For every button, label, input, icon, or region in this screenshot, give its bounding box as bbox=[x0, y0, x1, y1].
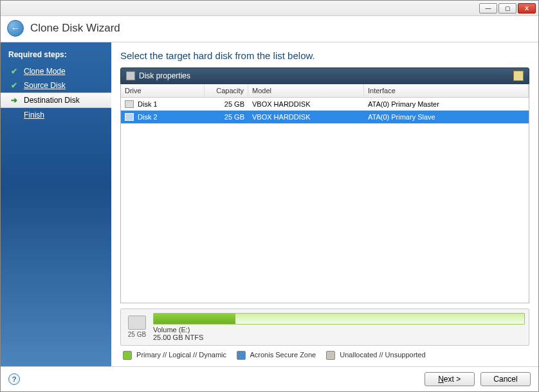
col-model[interactable]: Model bbox=[248, 84, 364, 97]
volume-partition bbox=[153, 313, 525, 325]
maximize-button[interactable]: ▢ bbox=[498, 3, 516, 13]
step-clone-mode[interactable]: ✔ Clone Mode bbox=[1, 64, 111, 78]
minimize-button[interactable]: — bbox=[479, 3, 497, 13]
disk-properties-header: Disk properties bbox=[120, 67, 529, 84]
cancel-button[interactable]: Cancel bbox=[480, 372, 531, 386]
disk-icon bbox=[125, 113, 134, 121]
legend-primary: Primary // Logical // Dynamic bbox=[123, 351, 226, 360]
volume-name: Volume (E:) bbox=[153, 326, 525, 334]
back-button[interactable]: ← bbox=[7, 20, 24, 37]
legend: Primary // Logical // Dynamic Acronis Se… bbox=[120, 346, 529, 366]
arrow-right-icon: ➔ bbox=[11, 96, 20, 105]
panel-title-text: Disk properties bbox=[139, 71, 190, 80]
volume-used-icon bbox=[154, 314, 235, 324]
step-label: Clone Mode bbox=[24, 67, 66, 76]
disk-icon bbox=[126, 71, 135, 80]
legend-asz: Acronis Secure Zone bbox=[237, 351, 316, 360]
sidebar: Required steps: ✔ Clone Mode ✔ Source Di… bbox=[1, 42, 111, 366]
step-finish[interactable]: ✔ Finish bbox=[1, 108, 111, 122]
step-label: Source Disk bbox=[24, 81, 66, 90]
legend-swatch-asz bbox=[237, 351, 246, 360]
disk-action-icon[interactable] bbox=[513, 71, 524, 81]
check-icon: ✔ bbox=[11, 81, 20, 90]
step-destination-disk[interactable]: ➔ Destination Disk bbox=[1, 93, 111, 108]
titlebar: — ▢ X bbox=[1, 1, 538, 16]
disk-table: Drive Capacity Model Interface Disk 1 25… bbox=[120, 84, 529, 303]
header: ← Clone Disk Wizard bbox=[1, 16, 538, 42]
wizard-window: — ▢ X ← Clone Disk Wizard Required steps… bbox=[0, 0, 539, 392]
col-interface[interactable]: Interface bbox=[364, 84, 529, 97]
table-header: Drive Capacity Model Interface bbox=[121, 84, 529, 98]
table-row[interactable]: Disk 2 25 GB VBOX HARDDISK ATA(0) Primar… bbox=[121, 111, 529, 123]
arrow-left-icon: ← bbox=[11, 23, 20, 33]
table-row[interactable]: Disk 1 25 GB VBOX HARDDISK ATA(0) Primar… bbox=[121, 98, 529, 111]
disk-icon bbox=[125, 100, 134, 108]
close-button[interactable]: X bbox=[518, 3, 536, 13]
next-button[interactable]: Next > bbox=[425, 372, 475, 386]
disk-size-label: 25 GB bbox=[125, 331, 149, 338]
physical-disk: 25 GB bbox=[125, 316, 149, 338]
volume-detail: 25.00 GB NTFS bbox=[153, 334, 525, 341]
col-drive[interactable]: Drive bbox=[121, 84, 205, 97]
check-icon: ✔ bbox=[11, 67, 20, 76]
footer: ? Next > Cancel bbox=[1, 366, 538, 391]
step-label: Destination Disk bbox=[24, 96, 80, 105]
disk-summary: 25 GB Volume (E:) 25.00 GB NTFS bbox=[120, 308, 529, 346]
volume-bar[interactable]: Volume (E:) 25.00 GB NTFS bbox=[153, 313, 525, 341]
legend-swatch-primary bbox=[123, 351, 132, 360]
sidebar-heading: Required steps: bbox=[1, 48, 111, 64]
step-label: Finish bbox=[24, 111, 44, 120]
disk-icon bbox=[128, 316, 146, 330]
col-capacity[interactable]: Capacity bbox=[205, 84, 248, 97]
step-source-disk[interactable]: ✔ Source Disk bbox=[1, 78, 111, 93]
legend-unallocated: Unallocated // Unsupported bbox=[326, 351, 425, 360]
page-heading: Select the target hard disk from the lis… bbox=[120, 50, 529, 61]
wizard-title: Clone Disk Wizard bbox=[30, 22, 120, 35]
table-body: Disk 1 25 GB VBOX HARDDISK ATA(0) Primar… bbox=[121, 98, 529, 303]
legend-swatch-unalloc bbox=[326, 351, 335, 360]
help-button[interactable]: ? bbox=[8, 373, 20, 385]
main-panel: Select the target hard disk from the lis… bbox=[111, 42, 538, 366]
